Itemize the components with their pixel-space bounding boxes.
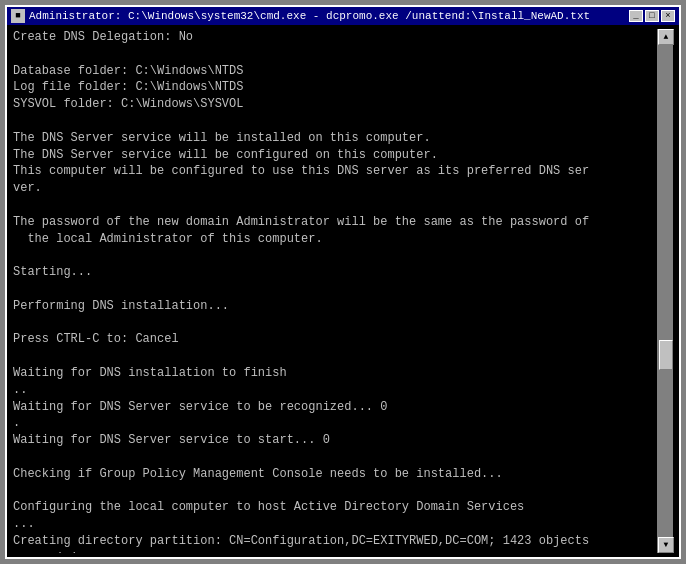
- console-line: ...: [13, 516, 657, 533]
- scroll-track: [658, 45, 673, 537]
- console-line: The DNS Server service will be configure…: [13, 147, 657, 164]
- console-line: Performing DNS installation...: [13, 298, 657, 315]
- console-line: SYSVOL folder: C:\Windows\SYSVOL: [13, 96, 657, 113]
- console-line: Checking if Group Policy Management Cons…: [13, 466, 657, 483]
- console-line: [13, 46, 657, 63]
- console-line: remaining: [13, 550, 657, 553]
- console-line: [13, 113, 657, 130]
- console-line: Press CTRL-C to: Cancel: [13, 331, 657, 348]
- console-line: [13, 449, 657, 466]
- console-line: the local Administrator of this computer…: [13, 231, 657, 248]
- console-content: Create DNS Delegation: No Database folde…: [13, 29, 657, 553]
- minimize-button[interactable]: _: [629, 10, 643, 22]
- console-line: [13, 197, 657, 214]
- scroll-down-button[interactable]: ▼: [658, 537, 674, 553]
- console-line: Creating directory partition: CN=Configu…: [13, 533, 657, 550]
- console-line: [13, 247, 657, 264]
- scrollbar[interactable]: ▲ ▼: [657, 29, 673, 553]
- title-buttons: _ □ ×: [629, 10, 675, 22]
- console-line: ..: [13, 382, 657, 399]
- console-line: This computer will be configured to use …: [13, 163, 657, 180]
- close-button[interactable]: ×: [661, 10, 675, 22]
- maximize-button[interactable]: □: [645, 10, 659, 22]
- console-line: [13, 348, 657, 365]
- console-line: Create DNS Delegation: No: [13, 29, 657, 46]
- title-bar-left: ■ Administrator: C:\Windows\system32\cmd…: [11, 9, 590, 23]
- console-line: Waiting for DNS Server service to start.…: [13, 432, 657, 449]
- console-line: [13, 483, 657, 500]
- console-line: Waiting for DNS installation to finish: [13, 365, 657, 382]
- console-line: [13, 315, 657, 332]
- console-line: The password of the new domain Administr…: [13, 214, 657, 231]
- console-line: [13, 281, 657, 298]
- console-line: ver.: [13, 180, 657, 197]
- scroll-up-button[interactable]: ▲: [658, 29, 674, 45]
- console-line: Starting...: [13, 264, 657, 281]
- console-line: The DNS Server service will be installed…: [13, 130, 657, 147]
- console-line: Log file folder: C:\Windows\NTDS: [13, 79, 657, 96]
- console-line: Waiting for DNS Server service to be rec…: [13, 399, 657, 416]
- console-area: Create DNS Delegation: No Database folde…: [7, 25, 679, 557]
- title-bar: ■ Administrator: C:\Windows\system32\cmd…: [7, 7, 679, 25]
- window-icon: ■: [11, 9, 25, 23]
- console-line: Database folder: C:\Windows\NTDS: [13, 63, 657, 80]
- console-line: .: [13, 415, 657, 432]
- cmd-window: ■ Administrator: C:\Windows\system32\cmd…: [5, 5, 681, 559]
- console-line: Configuring the local computer to host A…: [13, 499, 657, 516]
- scroll-thumb[interactable]: [659, 340, 673, 370]
- window-title: Administrator: C:\Windows\system32\cmd.e…: [29, 10, 590, 22]
